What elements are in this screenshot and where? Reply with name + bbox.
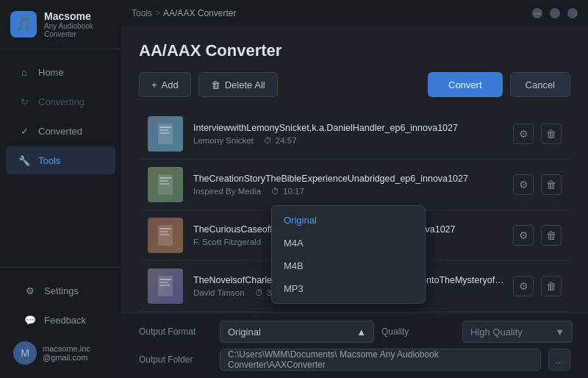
book-settings-button[interactable]: ⚙ (513, 124, 534, 144)
breadcrumb-separator: > (155, 8, 160, 18)
quality-value: High Quality (470, 327, 523, 338)
book-title: InterviewwithLemonySnicket,k.a.DanielHan… (193, 123, 504, 133)
sidebar-bottom: ⚙ Settings 💬 Feedback M macsome.inc @gma… (0, 267, 121, 378)
sidebar-item-settings[interactable]: ⚙ Settings (12, 277, 110, 304)
folder-browse-button[interactable]: ... (548, 349, 570, 371)
user-profile[interactable]: M macsome.inc @gmail.com (6, 335, 115, 371)
book-item[interactable]: TheCreationStoryTheBibleExperienceUnabri… (139, 160, 570, 210)
sidebar-item-feedback-label: Feedback (44, 315, 86, 326)
svg-rect-2 (159, 129, 168, 131)
format-select[interactable]: Original ▲ (220, 321, 374, 343)
clock-icon: ⏱ (271, 187, 280, 196)
duration-value: 24:57 (276, 136, 297, 145)
svg-rect-5 (159, 177, 171, 179)
maximize-button[interactable]: □ (550, 8, 560, 18)
book-settings-button[interactable]: ⚙ (513, 225, 534, 246)
converting-icon: ↻ (18, 95, 31, 108)
duration-value: 10:17 (283, 187, 304, 196)
convert-button[interactable]: Convert (428, 72, 503, 97)
home-icon: ⌂ (18, 65, 31, 79)
app-name: Macsome (44, 10, 111, 22)
svg-rect-9 (159, 228, 171, 229)
delete-all-button[interactable]: 🗑 Delete All (198, 72, 278, 97)
sidebar-item-home[interactable]: ⌂ Home (6, 58, 115, 86)
svg-rect-13 (159, 279, 171, 280)
avatar-letter: M (21, 347, 29, 359)
toolbar: + Add 🗑 Delete All Convert Cancel (139, 72, 570, 97)
format-option-m4b[interactable]: M4B (272, 254, 425, 277)
sidebar-item-tools[interactable]: 🔧 Tools (6, 146, 115, 174)
feedback-icon: 💬 (24, 313, 37, 327)
breadcrumb-current: AA/AAX Converter (163, 8, 236, 18)
book-author: F. Scott Fitzgerald (193, 238, 261, 246)
book-delete-button[interactable]: 🗑 (541, 225, 562, 246)
book-cover (148, 218, 183, 253)
sidebar-item-tools-label: Tools (38, 155, 60, 166)
format-option-mp3[interactable]: MP3 (272, 277, 425, 300)
book-delete-button[interactable]: 🗑 (541, 276, 562, 296)
book-author: Inspired By Media (193, 187, 261, 196)
book-item[interactable]: InterviewwithLemonySnicket,k.a.DanielHan… (139, 109, 570, 160)
book-actions: ⚙ 🗑 (513, 174, 562, 195)
sidebar-item-home-label: Home (38, 67, 64, 78)
bottom-bar: Output Format Original ▲ Quality High Qu… (121, 313, 588, 378)
close-button[interactable]: ✕ (567, 8, 578, 18)
book-item[interactable]: TheNovelsofCharlesDickensAnIntroductionb… (139, 261, 570, 312)
book-actions: ⚙ 🗑 (513, 124, 562, 144)
add-icon: + (151, 79, 157, 90)
svg-rect-7 (159, 183, 170, 185)
settings-icon: ⚙ (24, 284, 37, 297)
book-delete-button[interactable]: 🗑 (541, 124, 562, 144)
chevron-down-icon: ▼ (555, 327, 564, 338)
quality-label: Quality (381, 327, 455, 337)
output-format-label: Output Format (139, 327, 212, 337)
format-value: Original (228, 327, 261, 338)
folder-path: C:\Users\WMM\Documents\ Macsome Any Audi… (220, 349, 541, 371)
format-dropdown-popup: Original M4A M4B MP3 (271, 205, 426, 304)
svg-rect-3 (159, 132, 170, 134)
titlebar: Tools > AA/AAX Converter — □ ✕ (121, 0, 588, 26)
book-author: David Timson (193, 288, 245, 297)
book-meta: Lemony Snicket ⏱ 24:57 (193, 136, 504, 145)
converted-icon: ✓ (18, 124, 31, 138)
window-controls: — □ ✕ (532, 8, 578, 18)
add-button[interactable]: + Add (139, 72, 191, 97)
book-settings-button[interactable]: ⚙ (513, 174, 534, 195)
quality-row: Quality High Quality ▼ (381, 321, 573, 343)
book-duration: ⏱ 24:57 (264, 136, 297, 145)
book-delete-button[interactable]: 🗑 (541, 174, 562, 195)
book-author: Lemony Snicket (193, 136, 254, 145)
delete-icon: 🗑 (211, 79, 220, 90)
svg-rect-11 (159, 234, 170, 235)
book-settings-button[interactable]: ⚙ (513, 276, 534, 296)
sidebar-item-feedback[interactable]: 💬 Feedback (12, 306, 110, 334)
chevron-up-icon: ▲ (356, 327, 366, 338)
book-cover (148, 116, 183, 151)
app-subtitle: Any Audiobook Converter (44, 22, 111, 38)
minimize-button[interactable]: — (532, 8, 542, 18)
book-list: InterviewwithLemonySnicket,k.a.DanielHan… (139, 109, 570, 313)
format-option-original[interactable]: Original (272, 209, 425, 232)
sidebar-item-settings-label: Settings (44, 285, 79, 296)
svg-rect-6 (159, 180, 168, 182)
output-folder-label: Output Folder (139, 354, 212, 365)
clock-icon: ⏱ (255, 288, 264, 297)
format-row: Output Format Original ▲ Quality High Qu… (139, 321, 570, 343)
format-option-m4a[interactable]: M4A (272, 232, 425, 254)
page-content: AA/AAX Converter + Add 🗑 Delete All Conv… (121, 26, 588, 313)
user-info: macsome.inc @gmail.com (43, 344, 90, 362)
book-meta: Inspired By Media ⏱ 10:17 (193, 187, 504, 196)
user-email-line1: macsome.inc (43, 344, 90, 353)
cancel-button[interactable]: Cancel (510, 72, 570, 97)
sidebar-item-converting[interactable]: ↻ Converting (6, 88, 115, 115)
page-title: AA/AAX Converter (139, 41, 570, 60)
book-cover (148, 268, 183, 304)
folder-row: Output Folder C:\Users\WMM\Documents\ Ma… (139, 349, 570, 371)
book-info: InterviewwithLemonySnicket,k.a.DanielHan… (193, 123, 504, 145)
user-email-line2: @gmail.com (43, 353, 90, 362)
main-content: Tools > AA/AAX Converter — □ ✕ AA/AAX Co… (121, 0, 588, 378)
sidebar-item-converted[interactable]: ✓ Converted (6, 117, 115, 145)
app-logo-icon: 🎵 (10, 11, 37, 38)
quality-select[interactable]: High Quality ▼ (462, 321, 573, 343)
breadcrumb-root: Tools (132, 8, 152, 18)
